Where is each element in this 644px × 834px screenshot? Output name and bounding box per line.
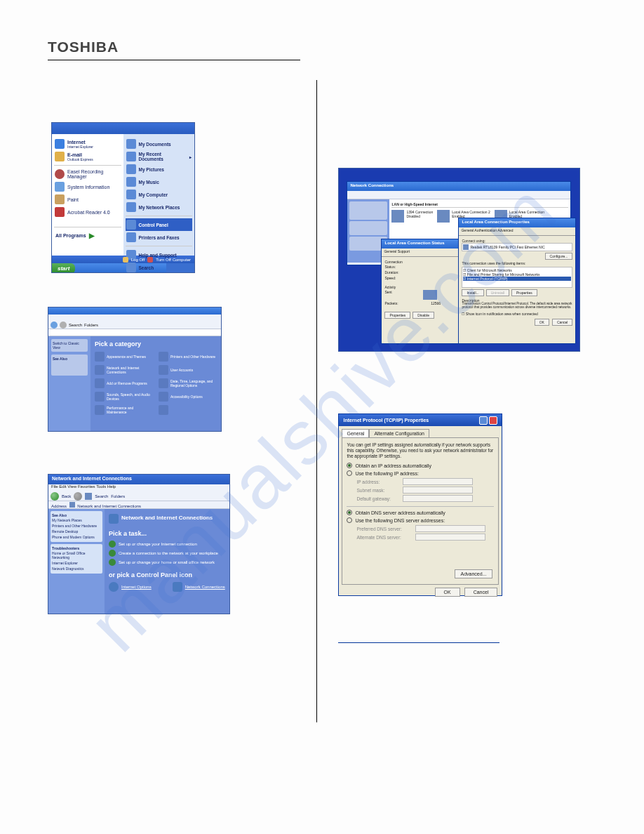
disable-button[interactable]: Disable: [412, 312, 434, 319]
folder-icon: [126, 177, 136, 187]
cp-icon-network-connections[interactable]: Network Connections: [173, 582, 225, 592]
radio-auto-ip[interactable]: Obtain an IP address automatically: [347, 463, 494, 468]
category-item[interactable]: Date, Time, Language, and Regional Optio…: [159, 378, 217, 388]
ok-button[interactable]: OK: [435, 588, 460, 597]
properties-button[interactable]: Properties: [384, 312, 410, 319]
component-item-selected[interactable]: Internet Protocol (TCP/IP): [467, 277, 508, 281]
folders-label[interactable]: Folders: [84, 323, 98, 327]
help-icon[interactable]: [479, 416, 488, 425]
back-button[interactable]: [51, 322, 58, 329]
logoff-icon[interactable]: [123, 257, 128, 263]
pick-category-heading: Pick a category: [95, 340, 217, 348]
category-item[interactable]: Network and Internet Connections: [95, 365, 153, 375]
activity-icon: [423, 290, 437, 300]
ie-icon: [55, 139, 65, 149]
menubar[interactable]: File Edit View Favorites Tools Help: [48, 484, 229, 491]
cp-icon-internet-options[interactable]: Internet Options: [109, 582, 152, 592]
mail-icon: [55, 152, 65, 161]
start-right-item[interactable]: My Computer: [126, 188, 193, 201]
category-label: Appearance and Themes: [107, 355, 146, 359]
forward-button[interactable]: [74, 492, 82, 501]
ok-button[interactable]: OK: [535, 319, 549, 326]
side-link[interactable]: Phone and Modem Options: [52, 534, 101, 540]
back-label: Back: [62, 494, 71, 498]
task-link[interactable]: Set up or change your home or small offi…: [109, 559, 225, 566]
start-right-item[interactable]: My Recent Documents▸: [126, 150, 193, 163]
radio-manual-dns[interactable]: Use the following DNS server addresses:: [347, 517, 494, 523]
task-label: Set up or change your Internet connectio…: [119, 542, 197, 546]
category-item[interactable]: Appearance and Themes: [95, 352, 153, 362]
radio-manual-ip[interactable]: Use the following IP address:: [347, 470, 494, 476]
start-right-item[interactable]: My Pictures: [126, 163, 193, 176]
tab-alternate[interactable]: Alternate Configuration: [369, 429, 429, 437]
radio-auto-dns[interactable]: Obtain DNS server address automatically: [347, 510, 494, 515]
category-item[interactable]: Accessibility Options: [159, 392, 217, 402]
start-right-item[interactable]: My Network Places: [126, 201, 193, 213]
category-icon: [95, 378, 105, 388]
search-label[interactable]: Search: [69, 323, 82, 327]
start-right-item[interactable]: My Documents: [126, 138, 193, 150]
show-icon-checkbox[interactable]: Show icon in notification area when conn…: [466, 312, 538, 316]
desc-text: Transmission Control Protocol/Internet P…: [462, 303, 572, 310]
category-item[interactable]: Sounds, Speech, and Audio Devices: [95, 392, 153, 402]
search-button[interactable]: Search: [95, 494, 108, 498]
category-item[interactable]: User Accounts: [159, 365, 217, 375]
start-right-item[interactable]: My Music: [126, 176, 193, 188]
start-item-email[interactable]: E-mail Outlook Express: [54, 150, 121, 163]
side-link[interactable]: Internet Explorer: [52, 560, 101, 566]
start-right-item[interactable]: Control Panel: [126, 218, 193, 231]
task-link[interactable]: Set up or change your Internet connectio…: [109, 541, 225, 548]
alt-dns-field: [415, 534, 485, 541]
up-button[interactable]: [85, 493, 92, 500]
tab-general[interactable]: General: [342, 429, 369, 437]
footer-link-rule: [338, 642, 499, 643]
connection-item[interactable]: 1394 Connection Disabled: [391, 210, 433, 223]
start-item[interactable]: Easel Recording Manager: [54, 168, 121, 180]
item-properties-button[interactable]: Properties: [511, 289, 537, 296]
side-link[interactable]: Printers and Other Hardware: [52, 523, 101, 529]
start-button[interactable]: start: [52, 263, 75, 273]
task-link[interactable]: Create a connection to the network at yo…: [109, 550, 225, 557]
advanced-button[interactable]: Advanced...: [455, 569, 493, 578]
start-item[interactable]: System Information: [54, 180, 121, 193]
shutdown-icon[interactable]: [147, 257, 153, 263]
cancel-button[interactable]: Cancel: [464, 588, 498, 597]
category-item[interactable]: Add or Remove Programs: [95, 378, 153, 388]
or-pick-heading: or pick a Control Panel icon: [109, 571, 225, 578]
forward-button[interactable]: [60, 322, 67, 329]
connection-icon: [391, 210, 404, 223]
side-link[interactable]: Remote Desktop: [52, 529, 101, 534]
start-item-label: Easel Recording Manager: [67, 169, 121, 179]
start-right-item[interactable]: Printers and Faxes: [126, 231, 193, 244]
start-item[interactable]: Paint: [54, 193, 121, 206]
side-switch-view[interactable]: Switch to Classic View: [51, 339, 88, 352]
arrow-icon: [109, 559, 116, 566]
all-programs[interactable]: All Programs ▶: [54, 230, 121, 241]
uninstall-button: Uninstall: [486, 289, 509, 296]
folders-button[interactable]: Folders: [111, 494, 125, 498]
all-programs-label: All Programs: [55, 233, 86, 238]
props-tabs[interactable]: General Authentication Advanced: [459, 227, 575, 236]
install-button[interactable]: Install...: [462, 289, 483, 296]
start-item[interactable]: Acrobat Reader 4.0: [54, 206, 121, 218]
start-item-internet[interactable]: Internet Internet Explorer: [54, 138, 121, 150]
screenshot-network-internet: Network and Internet Connections File Ed…: [48, 474, 230, 614]
radio-icon: [347, 510, 352, 515]
brand-logo: TOSHIBA: [48, 39, 596, 55]
side-link[interactable]: My Network Places: [52, 517, 101, 523]
close-icon[interactable]: [489, 416, 497, 425]
start-item-label: Acrobat Reader 4.0: [67, 210, 110, 215]
back-button[interactable]: [51, 492, 59, 501]
turnoff-label[interactable]: Turn Off Computer: [156, 258, 191, 262]
side-link[interactable]: Home or Small Office Networking: [52, 550, 101, 560]
category-item[interactable]: Printers and Other Hardware: [159, 352, 217, 362]
category-icon: [95, 352, 105, 362]
radio-icon: [347, 470, 352, 476]
cancel-button[interactable]: Cancel: [552, 319, 573, 326]
configure-button[interactable]: Configure...: [545, 253, 573, 260]
category-item[interactable]: [159, 405, 217, 415]
category-icon: [159, 352, 168, 362]
category-item[interactable]: Performance and Maintenance: [95, 405, 153, 415]
logoff-label[interactable]: Log Off: [131, 258, 145, 262]
side-link[interactable]: Network Diagnostics: [52, 566, 101, 571]
